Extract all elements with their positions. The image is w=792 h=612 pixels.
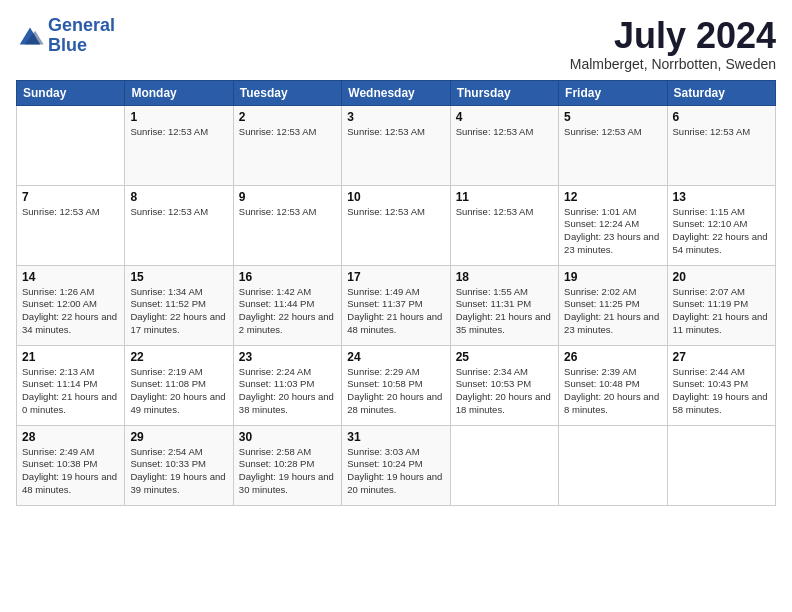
day-number: 22	[130, 350, 227, 364]
col-header-wednesday: Wednesday	[342, 80, 450, 105]
day-info: Sunrise: 3:03 AM Sunset: 10:24 PM Daylig…	[347, 446, 444, 497]
day-number: 6	[673, 110, 770, 124]
calendar-cell	[667, 425, 775, 505]
day-number: 12	[564, 190, 661, 204]
location-subtitle: Malmberget, Norrbotten, Sweden	[570, 56, 776, 72]
calendar-cell: 18Sunrise: 1:55 AM Sunset: 11:31 PM Dayl…	[450, 265, 558, 345]
calendar-cell: 7Sunrise: 12:53 AM	[17, 185, 125, 265]
day-number: 18	[456, 270, 553, 284]
day-number: 24	[347, 350, 444, 364]
day-number: 20	[673, 270, 770, 284]
col-header-saturday: Saturday	[667, 80, 775, 105]
calendar-week-row: 14Sunrise: 1:26 AM Sunset: 12:00 AM Dayl…	[17, 265, 776, 345]
day-number: 16	[239, 270, 336, 284]
day-number: 25	[456, 350, 553, 364]
calendar-cell: 21Sunrise: 2:13 AM Sunset: 11:14 PM Dayl…	[17, 345, 125, 425]
calendar-header-row: SundayMondayTuesdayWednesdayThursdayFrid…	[17, 80, 776, 105]
day-info: Sunrise: 1:49 AM Sunset: 11:37 PM Daylig…	[347, 286, 444, 337]
day-info: Sunrise: 2:24 AM Sunset: 11:03 PM Daylig…	[239, 366, 336, 417]
day-number: 10	[347, 190, 444, 204]
day-number: 14	[22, 270, 119, 284]
calendar-cell: 19Sunrise: 2:02 AM Sunset: 11:25 PM Dayl…	[559, 265, 667, 345]
calendar-week-row: 1Sunrise: 12:53 AM2Sunrise: 12:53 AM3Sun…	[17, 105, 776, 185]
day-info: Sunrise: 2:07 AM Sunset: 11:19 PM Daylig…	[673, 286, 770, 337]
calendar-week-row: 21Sunrise: 2:13 AM Sunset: 11:14 PM Dayl…	[17, 345, 776, 425]
calendar-cell	[17, 105, 125, 185]
calendar-cell: 23Sunrise: 2:24 AM Sunset: 11:03 PM Dayl…	[233, 345, 341, 425]
calendar-cell: 5Sunrise: 12:53 AM	[559, 105, 667, 185]
calendar-cell: 9Sunrise: 12:53 AM	[233, 185, 341, 265]
day-info: Sunrise: 12:53 AM	[456, 206, 553, 219]
logo: General Blue	[16, 16, 115, 56]
day-info: Sunrise: 2:39 AM Sunset: 10:48 PM Daylig…	[564, 366, 661, 417]
col-header-friday: Friday	[559, 80, 667, 105]
day-info: Sunrise: 12:53 AM	[130, 206, 227, 219]
day-number: 30	[239, 430, 336, 444]
day-info: Sunrise: 1:26 AM Sunset: 12:00 AM Daylig…	[22, 286, 119, 337]
day-number: 31	[347, 430, 444, 444]
day-info: Sunrise: 12:53 AM	[239, 126, 336, 139]
calendar-cell: 2Sunrise: 12:53 AM	[233, 105, 341, 185]
calendar-cell: 14Sunrise: 1:26 AM Sunset: 12:00 AM Dayl…	[17, 265, 125, 345]
logo-text: General Blue	[48, 16, 115, 56]
calendar-cell: 4Sunrise: 12:53 AM	[450, 105, 558, 185]
day-info: Sunrise: 12:53 AM	[673, 126, 770, 139]
calendar-cell: 29Sunrise: 2:54 AM Sunset: 10:33 PM Dayl…	[125, 425, 233, 505]
day-number: 27	[673, 350, 770, 364]
month-title: July 2024	[570, 16, 776, 56]
day-info: Sunrise: 12:53 AM	[130, 126, 227, 139]
day-number: 9	[239, 190, 336, 204]
calendar-cell	[559, 425, 667, 505]
day-number: 11	[456, 190, 553, 204]
calendar-cell: 31Sunrise: 3:03 AM Sunset: 10:24 PM Dayl…	[342, 425, 450, 505]
day-info: Sunrise: 12:53 AM	[347, 206, 444, 219]
page-header: General Blue July 2024 Malmberget, Norrb…	[16, 16, 776, 72]
day-info: Sunrise: 12:53 AM	[456, 126, 553, 139]
day-info: Sunrise: 2:29 AM Sunset: 10:58 PM Daylig…	[347, 366, 444, 417]
calendar-cell: 6Sunrise: 12:53 AM	[667, 105, 775, 185]
day-info: Sunrise: 2:44 AM Sunset: 10:43 PM Daylig…	[673, 366, 770, 417]
col-header-monday: Monday	[125, 80, 233, 105]
day-info: Sunrise: 2:49 AM Sunset: 10:38 PM Daylig…	[22, 446, 119, 497]
day-number: 5	[564, 110, 661, 124]
calendar-cell: 30Sunrise: 2:58 AM Sunset: 10:28 PM Dayl…	[233, 425, 341, 505]
calendar-week-row: 28Sunrise: 2:49 AM Sunset: 10:38 PM Dayl…	[17, 425, 776, 505]
day-number: 26	[564, 350, 661, 364]
day-number: 8	[130, 190, 227, 204]
day-number: 1	[130, 110, 227, 124]
day-number: 21	[22, 350, 119, 364]
day-number: 29	[130, 430, 227, 444]
calendar-cell: 22Sunrise: 2:19 AM Sunset: 11:08 PM Dayl…	[125, 345, 233, 425]
logo-icon	[16, 24, 44, 48]
day-number: 23	[239, 350, 336, 364]
day-number: 2	[239, 110, 336, 124]
calendar-cell: 13Sunrise: 1:15 AM Sunset: 12:10 AM Dayl…	[667, 185, 775, 265]
calendar-cell: 17Sunrise: 1:49 AM Sunset: 11:37 PM Dayl…	[342, 265, 450, 345]
col-header-sunday: Sunday	[17, 80, 125, 105]
col-header-thursday: Thursday	[450, 80, 558, 105]
day-number: 17	[347, 270, 444, 284]
day-number: 13	[673, 190, 770, 204]
day-info: Sunrise: 1:42 AM Sunset: 11:44 PM Daylig…	[239, 286, 336, 337]
day-info: Sunrise: 2:19 AM Sunset: 11:08 PM Daylig…	[130, 366, 227, 417]
calendar-cell: 27Sunrise: 2:44 AM Sunset: 10:43 PM Dayl…	[667, 345, 775, 425]
day-info: Sunrise: 12:53 AM	[564, 126, 661, 139]
day-info: Sunrise: 2:13 AM Sunset: 11:14 PM Daylig…	[22, 366, 119, 417]
day-info: Sunrise: 2:58 AM Sunset: 10:28 PM Daylig…	[239, 446, 336, 497]
day-info: Sunrise: 2:54 AM Sunset: 10:33 PM Daylig…	[130, 446, 227, 497]
day-number: 3	[347, 110, 444, 124]
col-header-tuesday: Tuesday	[233, 80, 341, 105]
day-number: 28	[22, 430, 119, 444]
calendar-cell: 11Sunrise: 12:53 AM	[450, 185, 558, 265]
calendar-cell: 16Sunrise: 1:42 AM Sunset: 11:44 PM Dayl…	[233, 265, 341, 345]
calendar-cell: 3Sunrise: 12:53 AM	[342, 105, 450, 185]
calendar-cell: 20Sunrise: 2:07 AM Sunset: 11:19 PM Dayl…	[667, 265, 775, 345]
title-block: July 2024 Malmberget, Norrbotten, Sweden	[570, 16, 776, 72]
calendar-cell: 10Sunrise: 12:53 AM	[342, 185, 450, 265]
day-number: 15	[130, 270, 227, 284]
day-info: Sunrise: 1:01 AM Sunset: 12:24 AM Daylig…	[564, 206, 661, 257]
calendar-cell: 25Sunrise: 2:34 AM Sunset: 10:53 PM Dayl…	[450, 345, 558, 425]
day-number: 4	[456, 110, 553, 124]
day-number: 7	[22, 190, 119, 204]
day-info: Sunrise: 2:02 AM Sunset: 11:25 PM Daylig…	[564, 286, 661, 337]
